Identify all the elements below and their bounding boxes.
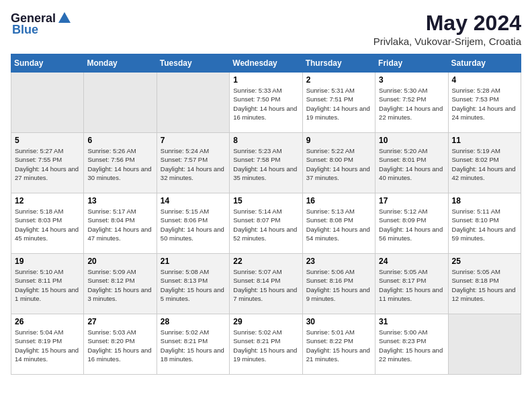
day-info: Sunrise: 5:31 AM Sunset: 7:51 PM Dayligh… (306, 86, 371, 122)
day-info: Sunrise: 5:03 AM Sunset: 8:20 PM Dayligh… (87, 328, 152, 363)
day-number: 26 (15, 317, 80, 326)
day-number: 5 (15, 136, 80, 145)
calendar-cell: 1Sunrise: 5:33 AM Sunset: 7:50 PM Daylig… (230, 73, 302, 133)
day-number: 23 (306, 257, 371, 266)
calendar-cell: 5Sunrise: 5:27 AM Sunset: 7:55 PM Daylig… (11, 133, 84, 193)
calendar-cell: 25Sunrise: 5:05 AM Sunset: 8:18 PM Dayli… (448, 254, 521, 314)
day-info: Sunrise: 5:17 AM Sunset: 8:04 PM Dayligh… (87, 207, 152, 242)
weekday-header: Tuesday (157, 54, 229, 73)
calendar-cell: 31Sunrise: 5:00 AM Sunset: 8:23 PM Dayli… (375, 314, 448, 375)
calendar-cell: 3Sunrise: 5:30 AM Sunset: 7:52 PM Daylig… (375, 73, 448, 133)
day-info: Sunrise: 5:11 AM Sunset: 8:10 PM Dayligh… (452, 207, 517, 242)
day-number: 22 (233, 257, 298, 266)
calendar-table: SundayMondayTuesdayWednesdayThursdayFrid… (11, 54, 521, 375)
calendar-cell: 8Sunrise: 5:23 AM Sunset: 7:58 PM Daylig… (230, 133, 302, 193)
calendar-cell (11, 73, 84, 133)
weekday-header: Thursday (302, 54, 375, 73)
day-number: 17 (379, 196, 444, 205)
calendar-cell: 6Sunrise: 5:26 AM Sunset: 7:56 PM Daylig… (84, 133, 157, 193)
day-info: Sunrise: 5:10 AM Sunset: 8:11 PM Dayligh… (15, 267, 80, 303)
calendar-week-row: 26Sunrise: 5:04 AM Sunset: 8:19 PM Dayli… (11, 314, 521, 375)
day-number: 24 (379, 257, 444, 266)
day-info: Sunrise: 5:24 AM Sunset: 7:57 PM Dayligh… (161, 146, 226, 182)
calendar-week-row: 5Sunrise: 5:27 AM Sunset: 7:55 PM Daylig… (11, 133, 521, 193)
logo-blue-text: Blue (12, 23, 38, 37)
calendar-cell: 11Sunrise: 5:19 AM Sunset: 8:02 PM Dayli… (448, 133, 521, 193)
weekday-header: Monday (84, 54, 157, 73)
day-info: Sunrise: 5:26 AM Sunset: 7:56 PM Dayligh… (87, 146, 152, 182)
calendar-cell: 7Sunrise: 5:24 AM Sunset: 7:57 PM Daylig… (157, 133, 229, 193)
calendar-cell: 27Sunrise: 5:03 AM Sunset: 8:20 PM Dayli… (84, 314, 157, 375)
day-number: 1 (233, 75, 298, 85)
day-info: Sunrise: 5:20 AM Sunset: 8:01 PM Dayligh… (379, 146, 444, 182)
day-info: Sunrise: 5:09 AM Sunset: 8:12 PM Dayligh… (87, 267, 152, 303)
calendar-cell: 29Sunrise: 5:02 AM Sunset: 8:21 PM Dayli… (230, 314, 302, 375)
calendar-cell (84, 73, 157, 133)
day-info: Sunrise: 5:00 AM Sunset: 8:23 PM Dayligh… (379, 328, 444, 363)
location-subtitle: Privlaka, Vukovar-Srijem, Croatia (373, 36, 521, 47)
day-info: Sunrise: 5:04 AM Sunset: 8:19 PM Dayligh… (15, 328, 80, 363)
day-info: Sunrise: 5:27 AM Sunset: 7:55 PM Dayligh… (15, 146, 80, 182)
calendar-cell: 23Sunrise: 5:06 AM Sunset: 8:16 PM Dayli… (302, 254, 375, 314)
day-info: Sunrise: 5:01 AM Sunset: 8:22 PM Dayligh… (306, 328, 371, 363)
logo-icon (57, 11, 72, 26)
day-info: Sunrise: 5:08 AM Sunset: 8:13 PM Dayligh… (161, 267, 226, 303)
day-info: Sunrise: 5:15 AM Sunset: 8:06 PM Dayligh… (161, 207, 226, 242)
title-block: May 2024 Privlaka, Vukovar-Srijem, Croat… (373, 11, 521, 47)
day-number: 31 (379, 317, 444, 326)
day-number: 9 (306, 136, 371, 145)
calendar-cell: 19Sunrise: 5:10 AM Sunset: 8:11 PM Dayli… (11, 254, 84, 314)
day-info: Sunrise: 5:30 AM Sunset: 7:52 PM Dayligh… (379, 86, 444, 122)
day-number: 29 (233, 317, 298, 326)
calendar-cell: 22Sunrise: 5:07 AM Sunset: 8:14 PM Dayli… (230, 254, 302, 314)
day-info: Sunrise: 5:12 AM Sunset: 8:09 PM Dayligh… (379, 207, 444, 242)
logo: General Blue (11, 11, 72, 37)
calendar-cell: 9Sunrise: 5:22 AM Sunset: 8:00 PM Daylig… (302, 133, 375, 193)
day-number: 16 (306, 196, 371, 205)
day-number: 8 (233, 136, 298, 145)
day-number: 2 (306, 75, 371, 85)
day-info: Sunrise: 5:07 AM Sunset: 8:14 PM Dayligh… (233, 267, 298, 303)
calendar-week-row: 1Sunrise: 5:33 AM Sunset: 7:50 PM Daylig… (11, 73, 521, 133)
calendar-cell: 15Sunrise: 5:14 AM Sunset: 8:07 PM Dayli… (230, 193, 302, 254)
calendar-cell (448, 314, 521, 375)
weekday-header: Saturday (448, 54, 521, 73)
day-info: Sunrise: 5:06 AM Sunset: 8:16 PM Dayligh… (306, 267, 371, 303)
day-info: Sunrise: 5:05 AM Sunset: 8:17 PM Dayligh… (379, 267, 444, 303)
day-number: 25 (452, 257, 517, 266)
day-number: 19 (15, 257, 80, 266)
calendar-cell (157, 73, 229, 133)
day-number: 28 (161, 317, 226, 326)
day-info: Sunrise: 5:28 AM Sunset: 7:53 PM Dayligh… (452, 86, 517, 122)
weekday-header: Friday (375, 54, 448, 73)
calendar-cell: 17Sunrise: 5:12 AM Sunset: 8:09 PM Dayli… (375, 193, 448, 254)
calendar-cell: 13Sunrise: 5:17 AM Sunset: 8:04 PM Dayli… (84, 193, 157, 254)
day-info: Sunrise: 5:18 AM Sunset: 8:03 PM Dayligh… (15, 207, 80, 242)
calendar-cell: 28Sunrise: 5:02 AM Sunset: 8:21 PM Dayli… (157, 314, 229, 375)
day-info: Sunrise: 5:13 AM Sunset: 8:08 PM Dayligh… (306, 207, 371, 242)
month-title: May 2024 (373, 11, 521, 36)
day-number: 7 (161, 136, 226, 145)
calendar-cell: 2Sunrise: 5:31 AM Sunset: 7:51 PM Daylig… (302, 73, 375, 133)
weekday-header: Wednesday (230, 54, 302, 73)
day-number: 21 (161, 257, 226, 266)
day-info: Sunrise: 5:02 AM Sunset: 8:21 PM Dayligh… (161, 328, 226, 363)
day-number: 27 (87, 317, 152, 326)
day-number: 15 (233, 196, 298, 205)
calendar-cell: 4Sunrise: 5:28 AM Sunset: 7:53 PM Daylig… (448, 73, 521, 133)
day-number: 6 (87, 136, 152, 145)
day-number: 13 (87, 196, 152, 205)
calendar-cell: 18Sunrise: 5:11 AM Sunset: 8:10 PM Dayli… (448, 193, 521, 254)
weekday-header-row: SundayMondayTuesdayWednesdayThursdayFrid… (11, 54, 521, 73)
calendar-cell: 24Sunrise: 5:05 AM Sunset: 8:17 PM Dayli… (375, 254, 448, 314)
calendar-cell: 20Sunrise: 5:09 AM Sunset: 8:12 PM Dayli… (84, 254, 157, 314)
day-number: 14 (161, 196, 226, 205)
svg-marker-0 (58, 12, 71, 23)
day-info: Sunrise: 5:05 AM Sunset: 8:18 PM Dayligh… (452, 267, 517, 303)
page-header: General Blue May 2024 Privlaka, Vukovar-… (11, 11, 521, 47)
calendar-cell: 21Sunrise: 5:08 AM Sunset: 8:13 PM Dayli… (157, 254, 229, 314)
calendar-cell: 10Sunrise: 5:20 AM Sunset: 8:01 PM Dayli… (375, 133, 448, 193)
day-number: 20 (87, 257, 152, 266)
day-info: Sunrise: 5:02 AM Sunset: 8:21 PM Dayligh… (233, 328, 298, 363)
day-info: Sunrise: 5:19 AM Sunset: 8:02 PM Dayligh… (452, 146, 517, 182)
